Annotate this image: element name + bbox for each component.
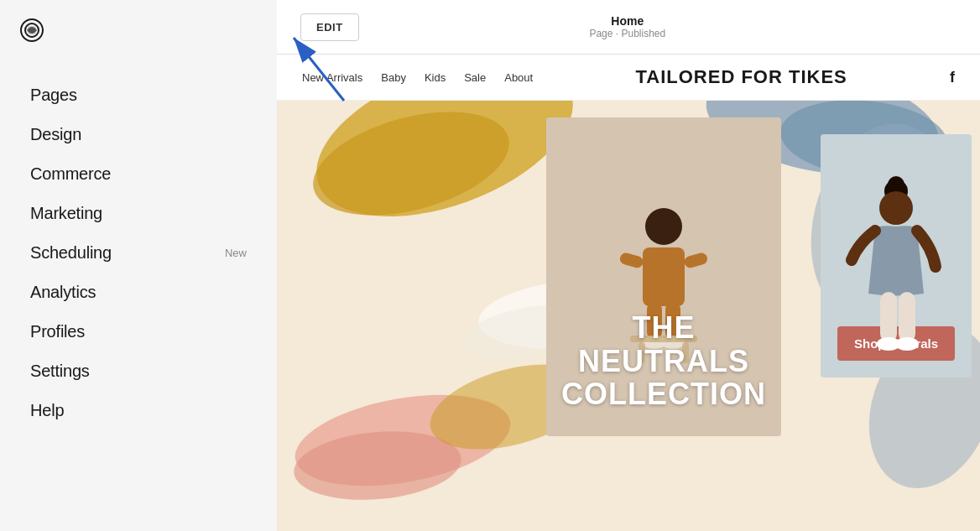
- sidebar-item-settings[interactable]: Settings: [25, 353, 252, 389]
- svg-rect-29: [880, 292, 897, 342]
- site-nav-sale[interactable]: Sale: [464, 71, 486, 84]
- topbar: EDIT Home Page · Published: [277, 0, 980, 55]
- svg-rect-30: [899, 292, 915, 342]
- squarespace-icon: [17, 15, 47, 45]
- hero-text-overlay: THE NEUTRALS COLLECTION: [561, 311, 766, 436]
- svg-rect-16: [643, 247, 685, 306]
- svg-rect-17: [618, 252, 644, 269]
- social-facebook-icon[interactable]: f: [950, 69, 955, 86]
- hero-card-secondary: Shop neutrals: [821, 134, 972, 377]
- sidebar-navigation: Pages Design Commerce Marketing Scheduli…: [0, 60, 277, 445]
- svg-rect-18: [683, 252, 709, 269]
- site-brand-name: TAILORED FOR TIKES: [635, 66, 847, 88]
- svg-point-27: [888, 176, 904, 193]
- site-navigation: New Arrivals Baby Kids Sale About TAILOR…: [277, 55, 980, 101]
- hero-title-line1: THE: [561, 311, 766, 345]
- svg-point-28: [879, 191, 913, 225]
- main-content: EDIT Home Page · Published: [277, 0, 980, 531]
- sidebar-item-help[interactable]: Help: [25, 393, 252, 429]
- sidebar-item-profiles[interactable]: Profiles: [25, 314, 252, 350]
- site-nav-about[interactable]: About: [504, 71, 533, 84]
- topbar-page-title: Home: [589, 14, 665, 28]
- girl-standing-figure: [833, 176, 959, 377]
- hero-title-line3: COLLECTION: [561, 377, 766, 411]
- hero-title-line2: NEUTRALS: [561, 345, 766, 378]
- topbar-page-info: Home Page · Published: [589, 14, 665, 39]
- sidebar-item-pages[interactable]: Pages: [25, 77, 252, 113]
- svg-point-32: [895, 337, 919, 351]
- sidebar: Pages Design Commerce Marketing Scheduli…: [0, 0, 277, 531]
- site-nav-new-arrivals[interactable]: New Arrivals: [302, 71, 362, 84]
- site-nav-baby[interactable]: Baby: [381, 71, 406, 84]
- site-nav-links: New Arrivals Baby Kids Sale About: [302, 71, 533, 84]
- sidebar-item-analytics[interactable]: Analytics: [25, 274, 252, 310]
- sidebar-item-marketing[interactable]: Marketing: [25, 195, 252, 232]
- hero-area: THE NEUTRALS COLLECTION: [277, 101, 980, 531]
- hero-card-main: THE NEUTRALS COLLECTION: [546, 117, 781, 436]
- website-preview: New Arrivals Baby Kids Sale About TAILOR…: [277, 55, 980, 531]
- edit-button[interactable]: EDIT: [300, 13, 359, 41]
- sidebar-item-commerce[interactable]: Commerce: [25, 156, 252, 192]
- site-nav-kids[interactable]: Kids: [425, 71, 446, 84]
- svg-point-15: [645, 208, 682, 245]
- topbar-page-status: Page · Published: [589, 28, 665, 39]
- sidebar-item-design[interactable]: Design: [25, 117, 252, 153]
- sidebar-logo[interactable]: [0, 0, 277, 60]
- sidebar-item-scheduling[interactable]: Scheduling New: [25, 235, 252, 271]
